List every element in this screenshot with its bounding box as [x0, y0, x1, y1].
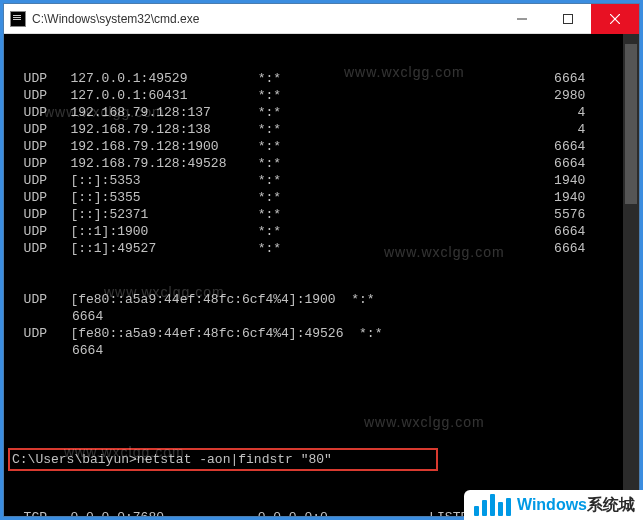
- watermark-text: www.wxclgg.com: [364, 414, 485, 431]
- cmd-window: C:\Windows\system32\cmd.exe UDP 127.0.0.…: [3, 3, 640, 517]
- netstat-row: UDP 192.168.79.128:138 *:* 4: [8, 121, 635, 138]
- close-button[interactable]: [591, 4, 639, 34]
- window-title: C:\Windows\system32\cmd.exe: [32, 12, 499, 26]
- netstat-row: UDP [::]:52371 *:* 5576: [8, 206, 635, 223]
- netstat-row: UDP 192.168.79.128:137 *:* 4: [8, 104, 635, 121]
- cmd-icon: [10, 11, 26, 27]
- netstat-row-wrap: 6664: [8, 342, 635, 359]
- svg-rect-1: [564, 14, 573, 23]
- logo-suffix: 系统城: [587, 496, 635, 513]
- prompt-path: C:\Users\baiyun>: [12, 452, 137, 467]
- minimize-button[interactable]: [499, 4, 545, 34]
- netstat-row-wrap: 6664: [8, 308, 635, 325]
- netstat-row: UDP [fe80::a5a9:44ef:48fc:6cf4%4]:1900 *…: [8, 291, 635, 308]
- netstat-row: UDP [::]:5355 *:* 1940: [8, 189, 635, 206]
- netstat-row: UDP 192.168.79.128:1900 *:* 6664: [8, 138, 635, 155]
- scrollbar[interactable]: [623, 34, 639, 516]
- prompt-command: netstat -aon|findstr "80": [137, 452, 332, 467]
- netstat-row: UDP [::]:5353 *:* 1940: [8, 172, 635, 189]
- netstat-row: UDP 192.168.79.128:49528 *:* 6664: [8, 155, 635, 172]
- netstat-row: UDP [::1]:1900 *:* 6664: [8, 223, 635, 240]
- site-logo-overlay: Windows系统城: [464, 490, 643, 520]
- titlebar[interactable]: C:\Windows\system32\cmd.exe: [4, 4, 639, 34]
- highlighted-command: C:\Users\baiyun>netstat -aon|findstr "80…: [8, 448, 438, 471]
- logo-brand: Windows: [517, 496, 587, 513]
- maximize-button[interactable]: [545, 4, 591, 34]
- terminal-output[interactable]: UDP 127.0.0.1:49529 *:* 6664 UDP 127.0.0…: [4, 34, 639, 516]
- netstat-row: UDP [fe80::a5a9:44ef:48fc:6cf4%4]:49526 …: [8, 325, 635, 342]
- scrollbar-thumb[interactable]: [625, 44, 637, 204]
- netstat-row: UDP [::1]:49527 *:* 6664: [8, 240, 635, 257]
- logo-bars-icon: [474, 494, 511, 516]
- netstat-row: UDP 127.0.0.1:49529 *:* 6664: [8, 70, 635, 87]
- netstat-row: UDP 127.0.0.1:60431 *:* 2980: [8, 87, 635, 104]
